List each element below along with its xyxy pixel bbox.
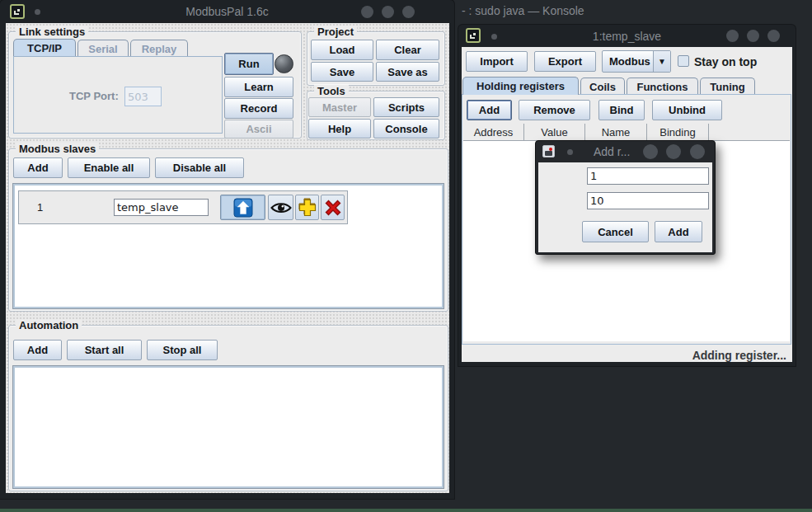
clear-button[interactable]: Clear (376, 40, 439, 60)
stop-all-label: Stop all (163, 344, 202, 356)
tab-tuning-label: Tuning (710, 81, 744, 93)
cancel-label: Cancel (598, 226, 633, 238)
minimize-button[interactable] (726, 30, 739, 42)
enable-all-button[interactable]: Enable all (68, 157, 150, 178)
tab-holding-registers-label: Holding registers (476, 80, 565, 92)
column-header-name[interactable]: Name (585, 124, 647, 141)
enable-all-label: Enable all (84, 162, 134, 174)
slave-view-button[interactable] (268, 195, 293, 220)
column-header-binding[interactable]: Binding (647, 124, 709, 141)
record-button[interactable]: Record (224, 98, 293, 119)
scripts-label: Scripts (388, 101, 425, 114)
automation-add-button[interactable]: Add (13, 340, 62, 360)
slave-add-button[interactable]: Add (13, 157, 63, 178)
slave-enabled-toggle-button[interactable] (220, 195, 265, 220)
chevron-down-icon: ▼ (653, 51, 670, 72)
save-as-label: Save as (387, 66, 427, 78)
register-bind-button[interactable]: Bind (598, 100, 645, 120)
dialog-cancel-button[interactable]: Cancel (582, 221, 649, 242)
tcp-port-input[interactable] (124, 87, 162, 106)
dialog-title: Add r... (594, 145, 630, 158)
start-all-label: Start all (85, 344, 124, 356)
run-button[interactable]: Run (224, 53, 274, 75)
stay-on-top-label[interactable]: Stay on top (694, 55, 757, 68)
scripts-button[interactable]: Scripts (373, 97, 439, 117)
register-add-label: Add (479, 104, 500, 116)
slave-delete-button[interactable] (321, 195, 345, 220)
close-button[interactable] (402, 6, 415, 18)
master-label: Master (322, 101, 357, 114)
tab-tcpip-label: TCP/IP (27, 42, 62, 54)
link-settings-title: Link settings (16, 26, 88, 38)
dialog-app-icon (542, 145, 555, 157)
slave-add-register-button[interactable] (295, 195, 319, 220)
tab-replay[interactable]: Replay (130, 40, 188, 57)
dialog-titlebar[interactable]: Add r... (536, 141, 715, 162)
temp-slave-titlebar[interactable]: 1:temp_slave (458, 25, 796, 47)
help-label: Help (328, 123, 351, 135)
console-button[interactable]: Console (373, 119, 439, 139)
tools-title: Tools (314, 85, 349, 97)
minimize-button[interactable] (361, 6, 373, 18)
maximize-button[interactable] (382, 6, 394, 18)
value-header-label: Value (541, 126, 567, 139)
register-remove-button[interactable]: Remove (519, 100, 590, 120)
up-arrow-icon (233, 198, 253, 218)
ascii-button: Ascii (224, 120, 293, 139)
modbuspal-titlebar[interactable]: ModbusPal 1.6c (0, 0, 454, 23)
maximize-button[interactable] (747, 30, 759, 42)
disable-all-button[interactable]: Disable all (155, 157, 244, 178)
maximize-button[interactable] (666, 144, 681, 159)
tab-tuning[interactable]: Tuning (700, 78, 755, 95)
column-header-value[interactable]: Value (524, 124, 585, 141)
help-button[interactable]: Help (308, 119, 371, 139)
load-label: Load (329, 44, 354, 56)
from-input[interactable] (587, 167, 709, 185)
minimize-button[interactable] (643, 144, 658, 159)
temp-slave-window-title: 1:temp_slave (458, 30, 796, 43)
tab-tcpip[interactable]: TCP/IP (13, 39, 76, 56)
column-header-address[interactable]: Address (463, 124, 524, 141)
project-title: Project (314, 26, 357, 38)
register-add-button[interactable]: Add (467, 100, 512, 120)
modbus-mode-dropdown[interactable]: Modbus ▼ (602, 50, 671, 73)
tab-coils-label: Coils (589, 81, 616, 93)
tab-functions-label: Functions (636, 81, 688, 93)
import-button[interactable]: Import (466, 51, 528, 72)
tab-replay-label: Replay (142, 43, 177, 55)
learn-label: Learn (244, 81, 273, 93)
slave-add-label: Add (27, 162, 48, 174)
save-button[interactable]: Save (311, 62, 373, 82)
export-button[interactable]: Export (534, 51, 596, 72)
learn-button[interactable]: Learn (224, 77, 293, 97)
binding-header-label: Binding (659, 126, 695, 139)
console-label: Console (385, 123, 427, 135)
run-label: Run (238, 58, 259, 70)
stay-on-top-checkbox[interactable] (678, 55, 689, 67)
save-as-button[interactable]: Save as (376, 62, 439, 82)
titlebar-pin-dot-icon (567, 149, 573, 155)
save-label: Save (330, 66, 354, 78)
tab-functions[interactable]: Functions (627, 78, 698, 95)
slave-name-input[interactable] (114, 199, 209, 216)
close-button[interactable] (690, 144, 705, 159)
modbus-mode-value: Modbus (609, 55, 650, 68)
name-header-label: Name (602, 126, 631, 139)
tab-serial-label: Serial (88, 43, 117, 55)
dialog-add-button[interactable]: Add (655, 221, 702, 242)
close-button[interactable] (767, 30, 780, 42)
automation-add-label: Add (27, 344, 48, 356)
register-unbind-button[interactable]: Unbind (652, 100, 722, 120)
tab-holding-registers[interactable]: Holding registers (462, 77, 579, 95)
stop-all-button[interactable]: Stop all (147, 340, 218, 360)
load-button[interactable]: Load (311, 40, 373, 60)
start-all-button[interactable]: Start all (67, 340, 142, 360)
tab-serial[interactable]: Serial (77, 40, 129, 57)
to-input[interactable] (587, 192, 709, 209)
slave-id: 1 (37, 201, 43, 214)
add-label: Add (668, 226, 688, 238)
konsole-bottom-edge (0, 509, 812, 512)
robot-icon (543, 147, 554, 157)
tab-coils[interactable]: Coils (580, 78, 625, 95)
ascii-label: Ascii (246, 123, 271, 135)
